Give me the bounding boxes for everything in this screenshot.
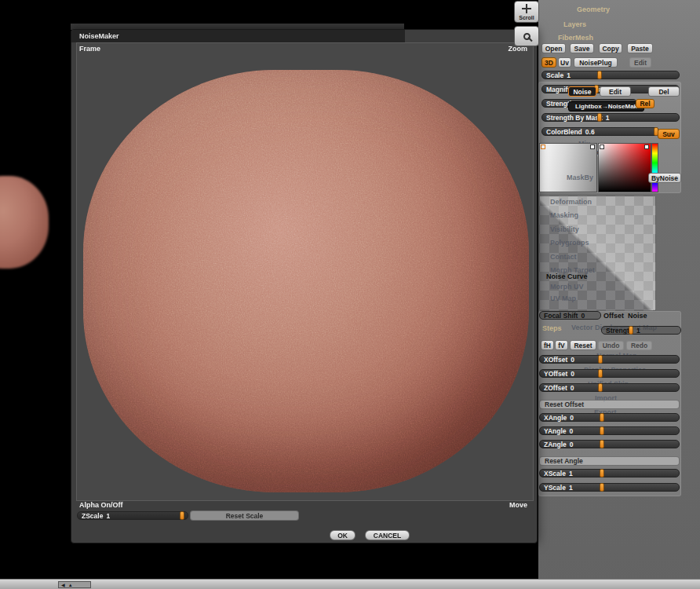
noise-curve-editor[interactable]: Deformation Masking Visibility Polygroup… [539,196,656,311]
ok-button[interactable]: OK [330,530,355,540]
zangle-slider[interactable]: ZAngle 0 [539,440,680,448]
yoffset-label: YOffset [544,370,567,378]
paste-button[interactable]: Paste [627,43,653,53]
yoffset-value: 0 [571,370,574,378]
gradient-picker[interactable] [539,143,597,192]
reset-scale-button[interactable]: Reset Scale [190,510,299,521]
focal-shift-slider[interactable]: Focal Shift 0 [539,311,601,320]
noise-preview-sphere[interactable] [83,70,529,492]
xoffset-handle[interactable] [598,355,603,364]
colorblend-slider[interactable]: ColorBlend 0.6 [541,127,659,136]
strength-by-mask-slider[interactable]: Strength By Mask 1 [541,113,680,122]
color-picker[interactable] [598,143,651,192]
fibermesh-section-header[interactable]: FiberMesh [558,34,593,42]
mode-3d-button[interactable]: 3D [541,57,556,68]
lightbox-noisemaker-path[interactable]: Lightbox→NoiseMak [568,101,644,112]
dialog-titlebar[interactable]: NoiseMaker [71,30,405,42]
undo-button[interactable]: Undo [598,341,624,350]
focal-shift-value: 0 [581,312,585,320]
frame-label[interactable]: Frame [79,45,100,53]
xoffset-slider[interactable]: XOffset 0 [539,355,680,364]
canvas-scroll-widget[interactable]: ◀ ▲ [58,581,91,588]
layers-section-header[interactable]: Layers [563,20,586,28]
reset-angle-button[interactable]: Reset Angle [539,456,680,466]
zscale-value: 1 [106,512,110,520]
edit-mode-button[interactable]: Edit [629,57,651,68]
xangle-value: 0 [570,414,574,422]
yscale-slider[interactable]: YScale 1 [539,483,680,492]
noiseplug-button[interactable]: NoisePlug [574,57,618,68]
alpha-onoff-label[interactable]: Alpha On/Off [79,501,123,509]
scale-slider-handle[interactable] [597,71,602,79]
noise-preview-area[interactable] [76,42,534,501]
noise-popup-button[interactable]: Noise [568,86,596,97]
noise-curve-label: Noise Curve [546,273,588,280]
masking-item[interactable]: Masking [550,211,578,219]
scroll-button-label: Scroll [519,15,534,20]
copy-button[interactable]: Copy [599,43,622,53]
xangle-slider[interactable]: XAngle 0 [539,413,680,422]
xscale-value: 1 [569,470,573,477]
xangle-handle[interactable] [600,413,604,422]
noise-tab-label[interactable]: Noise [628,312,647,320]
geometry-section-header[interactable]: Geometry [577,5,610,13]
scale-slider[interactable]: Scale 1 [541,71,680,79]
focal-shift-label: Focal Shift [544,312,578,320]
color-marker-left[interactable] [600,145,604,149]
colorblend-value: 0.6 [585,128,595,136]
color-marker-right[interactable] [644,145,649,149]
morph-uv-item[interactable]: Morph UV [550,283,584,291]
zoffset-label: ZOffset [544,384,567,392]
xscale-handle[interactable] [600,469,604,477]
zoffset-slider[interactable]: ZOffset 0 [539,383,680,392]
magnifier-icon [523,33,530,40]
fv-button[interactable]: fV [555,340,568,350]
open-button[interactable]: Open [541,43,566,53]
yangle-handle[interactable] [600,426,604,435]
zoom-canvas-button[interactable] [514,26,539,46]
noisemaker-dialog: NoiseMaker Frame Zoom Alpha On/Off Move [71,29,538,543]
cancel-button[interactable]: CANCEL [365,530,410,540]
strength-by-mask-handle[interactable] [597,113,602,122]
noise-grain-overlay [83,70,529,492]
xscale-slider[interactable]: XScale 1 [539,469,680,477]
colorblend-label: ColorBlend [546,128,582,136]
polygroups-item[interactable]: Polygroups [550,239,589,247]
yangle-slider[interactable]: YAngle 0 [539,426,680,435]
mode-uv-button[interactable]: Uv [558,57,571,68]
rel-button[interactable]: Rel [636,99,654,108]
deformation-item[interactable]: Deformation [550,198,592,206]
bynoise-button[interactable]: ByNoise [648,173,681,183]
yoffset-handle[interactable] [598,369,603,378]
yscale-handle[interactable] [600,483,604,492]
zangle-handle[interactable] [600,440,604,448]
save-button[interactable]: Save [570,43,594,53]
up-arrow-icon[interactable]: ▲ [68,583,73,587]
uv-map-item[interactable]: UV Map [550,294,576,302]
xscale-label: XScale [544,470,566,477]
fh-button[interactable]: fH [541,340,554,350]
redo-button[interactable]: Redo [626,341,652,350]
left-arrow-icon[interactable]: ◀ [61,582,65,587]
xoffset-label: XOffset [544,356,567,364]
visibility-item[interactable]: Visibility [550,225,579,233]
xangle-label: XAngle [544,414,567,422]
yoffset-slider[interactable]: YOffset 0 [539,369,680,378]
gradient-marker-left[interactable] [541,145,545,149]
vdm-strength-handle[interactable] [629,326,633,335]
zscale-handle[interactable] [180,511,184,520]
preview-move-label[interactable]: Move [509,501,527,509]
contact-item[interactable]: Contact [550,253,577,261]
zoffset-handle[interactable] [598,383,603,392]
zscale-slider[interactable]: ZScale 1 [77,511,188,520]
reset-button[interactable]: Reset [570,340,596,350]
noise-del-button[interactable]: Del [648,86,680,97]
offset-tab-label[interactable]: Offset [603,312,624,320]
suv-button[interactable]: Suv [658,129,680,139]
vdm-strength-slider[interactable]: Strength 1 [601,326,681,335]
hue-strip[interactable] [651,143,658,192]
gradient-marker-right[interactable] [590,145,595,149]
noise-edit-button[interactable]: Edit [600,86,631,97]
bottom-scrollbar[interactable]: ◀ ▲ [0,579,700,589]
scroll-canvas-button[interactable]: Scroll [514,1,539,23]
